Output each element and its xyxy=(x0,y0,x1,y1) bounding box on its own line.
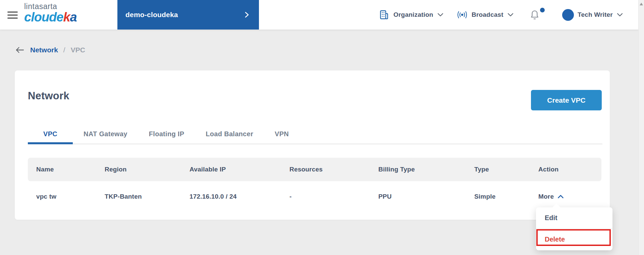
brand-logo-line2: cloudeka xyxy=(24,11,77,23)
tab-bar: VPC NAT Gateway Floating IP Load Balance… xyxy=(28,125,602,144)
network-card: Network Create VPC VPC NAT Gateway Float… xyxy=(15,70,610,220)
column-header-type: Type xyxy=(474,166,538,173)
menu-item-delete[interactable]: Delete xyxy=(536,228,612,250)
more-actions-label: More xyxy=(538,193,554,200)
organization-menu-label: Organization xyxy=(393,11,433,18)
vpc-name-link[interactable]: vpc tw xyxy=(28,193,105,200)
back-arrow-icon[interactable] xyxy=(15,46,25,54)
chevron-down-icon xyxy=(507,12,514,17)
hamburger-menu-icon[interactable] xyxy=(7,11,18,19)
project-switcher[interactable]: demo-cloudeka xyxy=(117,0,259,30)
top-navbar: lintasarta cloudeka demo-cloudeka xyxy=(0,0,638,30)
broadcast-menu-label: Broadcast xyxy=(472,11,503,18)
billing-type-cell: PPU xyxy=(378,193,474,200)
breadcrumb: Network / VPC xyxy=(15,46,85,54)
resources-cell: - xyxy=(289,193,378,200)
notification-dot xyxy=(540,8,545,12)
tab-vpn[interactable]: VPN xyxy=(264,125,300,144)
type-cell: Simple xyxy=(474,193,538,200)
column-header-resources: Resources xyxy=(289,166,378,173)
region-cell: TKP-Banten xyxy=(105,193,190,200)
user-name-label: Tech Writer xyxy=(578,11,613,18)
tab-load-balancer[interactable]: Load Balancer xyxy=(195,125,264,144)
chevron-right-icon xyxy=(244,11,250,18)
more-actions-button[interactable]: More xyxy=(538,193,564,200)
brand-logo-line1: lintasarta xyxy=(24,3,77,10)
chevron-down-icon xyxy=(616,12,623,17)
chevron-up-icon xyxy=(557,194,564,199)
organization-menu[interactable]: Organization xyxy=(378,0,444,30)
app-screen: lintasarta cloudeka demo-cloudeka xyxy=(0,0,644,255)
available-ip-cell: 172.16.10.0 / 24 xyxy=(190,193,289,200)
broadcast-menu[interactable]: Broadcast xyxy=(457,0,514,30)
vertical-scrollbar[interactable] xyxy=(638,0,644,255)
avatar xyxy=(562,9,574,21)
tab-vpc[interactable]: VPC xyxy=(28,125,73,144)
broadcast-icon xyxy=(457,10,468,19)
table-row: vpc tw TKP-Banten 172.16.10.0 / 24 - PPU… xyxy=(28,181,601,212)
user-menu[interactable]: Tech Writer xyxy=(562,0,623,30)
page-title: Network xyxy=(28,90,69,102)
menu-item-edit[interactable]: Edit xyxy=(536,207,612,228)
create-vpc-button[interactable]: Create VPC xyxy=(531,90,602,110)
table-header-row: Name Region Available IP Resources Billi… xyxy=(28,158,601,181)
breadcrumb-separator: / xyxy=(63,46,65,54)
column-header-name: Name xyxy=(28,166,105,173)
breadcrumb-current: VPC xyxy=(71,46,85,54)
row-action-dropdown: Edit Delete xyxy=(536,207,612,250)
column-header-action: Action xyxy=(538,166,601,173)
tab-floating-ip[interactable]: Floating IP xyxy=(138,125,195,144)
chevron-down-icon xyxy=(437,12,444,17)
scrollbar-up-arrow-icon[interactable] xyxy=(640,3,643,5)
column-header-billing-type: Billing Type xyxy=(378,166,474,173)
project-switcher-label: demo-cloudeka xyxy=(125,11,178,19)
brand-logo[interactable]: lintasarta cloudeka xyxy=(24,3,77,23)
organization-building-icon xyxy=(378,9,390,20)
column-header-available-ip: Available IP xyxy=(190,166,289,173)
column-header-region: Region xyxy=(105,166,190,173)
breadcrumb-parent-link[interactable]: Network xyxy=(30,46,58,54)
tab-nat-gateway[interactable]: NAT Gateway xyxy=(73,125,138,144)
notifications-button[interactable] xyxy=(529,9,545,22)
menu-item-delete-label: Delete xyxy=(545,236,565,243)
